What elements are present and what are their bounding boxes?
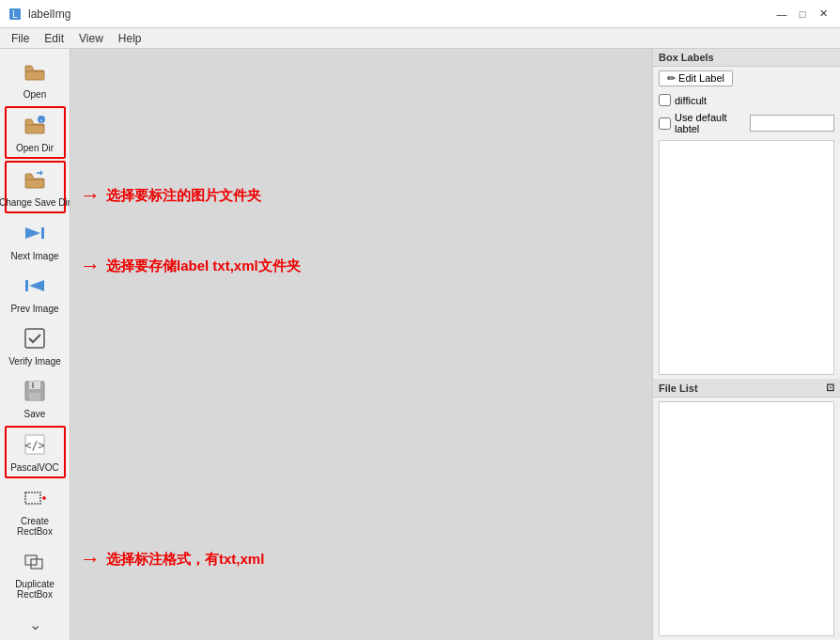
arrow-open-dir-icon: →	[80, 183, 101, 208]
create-rect-box-button[interactable]: CreateRectBox	[5, 480, 66, 541]
svg-text:⌄: ⌄	[29, 617, 41, 632]
title-bar: L labelImg — □ ✕	[0, 0, 840, 28]
svg-rect-7	[25, 280, 28, 291]
svg-rect-11	[29, 393, 40, 400]
file-list-expand-icon[interactable]: ⊡	[826, 382, 834, 394]
main-layout: Open + Open Dir	[0, 49, 840, 640]
window-controls: — □ ✕	[772, 5, 832, 23]
annotation-change-save: → 选择要存储label txt,xml文件夹	[80, 254, 301, 278]
default-label-input[interactable]	[750, 115, 834, 132]
change-save-dir-icon	[22, 166, 48, 196]
open-dir-icon: +	[22, 112, 48, 142]
box-labels-header: Box Labels	[653, 49, 840, 67]
save-label: Save	[24, 409, 46, 419]
create-rect-box-label: CreateRectBox	[17, 516, 53, 537]
close-button[interactable]: ✕	[814, 5, 832, 23]
menu-item-file[interactable]: File	[4, 30, 37, 47]
verify-image-label: Verify Image	[8, 356, 61, 367]
svg-rect-8	[25, 329, 44, 348]
default-label-row: Use default labtel	[653, 110, 840, 136]
next-image-icon	[22, 220, 48, 250]
arrow-change-save-icon: →	[80, 254, 101, 278]
file-list-header: File List ⊡	[653, 379, 840, 398]
verify-image-icon	[22, 325, 48, 355]
difficult-row: difficult	[653, 90, 840, 110]
menu-item-edit[interactable]: Edit	[37, 30, 71, 47]
app-icon: L	[8, 7, 23, 22]
next-image-button[interactable]: Next Image	[5, 215, 66, 266]
save-icon	[22, 378, 48, 408]
prev-image-button[interactable]: Prev Image	[5, 268, 66, 319]
pascal-voc-label: PascalVOC	[10, 462, 59, 473]
change-save-dir-button[interactable]: Change Save Dir	[5, 161, 66, 213]
verify-image-button[interactable]: Verify Image	[5, 320, 66, 371]
svg-text:</>: </>	[24, 439, 45, 452]
use-default-label-text: Use default labtel	[675, 112, 746, 134]
menu-item-view[interactable]: View	[71, 30, 111, 47]
annotation-pascal-voc: → 选择标注格式，有txt,xml	[80, 547, 264, 571]
arrow-pascal-voc-icon: →	[80, 547, 101, 571]
prev-image-icon	[22, 273, 48, 303]
duplicate-rect-box-button[interactable]: DuplicateRectBox	[5, 543, 66, 604]
more-icon: ⌄	[22, 611, 48, 640]
open-label: Open	[23, 89, 46, 100]
svg-rect-15	[25, 492, 40, 504]
more-button[interactable]: ⌄	[5, 606, 66, 640]
svg-text:+: +	[39, 117, 43, 123]
open-dir-button[interactable]: + Open Dir	[5, 106, 66, 159]
open-button[interactable]: Open	[5, 54, 66, 104]
duplicate-rect-icon	[22, 548, 48, 578]
minimize-button[interactable]: —	[772, 5, 791, 23]
pascal-voc-icon: </>	[22, 431, 48, 461]
canvas-area[interactable]: → 选择要标注的图片文件夹 → 选择要存储label txt,xml文件夹 → …	[70, 49, 652, 640]
svg-marker-4	[25, 227, 40, 239]
svg-rect-10	[29, 382, 40, 389]
file-list-title: File List	[659, 382, 698, 394]
use-default-label-checkbox[interactable]	[659, 117, 671, 130]
annotation-change-save-text: 选择要存储label txt,xml文件夹	[106, 258, 301, 275]
edit-label-row: ✏ Edit Label	[653, 67, 840, 90]
svg-text:L: L	[12, 9, 18, 20]
edit-label-button[interactable]: ✏ Edit Label	[659, 70, 733, 86]
annotation-pascal-voc-text: 选择标注格式，有txt,xml	[106, 551, 264, 569]
save-button[interactable]: Save	[5, 373, 66, 424]
difficult-checkbox[interactable]	[659, 94, 671, 106]
box-labels-title: Box Labels	[659, 52, 714, 63]
toolbar: Open + Open Dir	[0, 49, 70, 640]
menu-item-help[interactable]: Help	[111, 30, 149, 47]
annotation-open-dir: → 选择要标注的图片文件夹	[80, 183, 261, 208]
prev-image-label: Prev Image	[10, 304, 58, 314]
annotation-open-dir-text: 选择要标注的图片文件夹	[106, 187, 261, 205]
duplicate-rect-box-label: DuplicateRectBox	[15, 579, 54, 600]
label-list-area	[659, 140, 834, 375]
open-icon	[22, 58, 48, 88]
file-list-area	[659, 401, 834, 636]
menu-bar: FileEditViewHelp	[0, 28, 840, 49]
maximize-button[interactable]: □	[793, 5, 812, 23]
app-title: labelImg	[28, 8, 70, 21]
right-panel: Box Labels ✏ Edit Label difficult Use de…	[652, 49, 840, 640]
svg-rect-12	[32, 382, 34, 388]
create-rect-icon	[22, 485, 48, 515]
next-image-label: Next Image	[10, 251, 58, 261]
open-dir-label: Open Dir	[16, 143, 54, 153]
svg-marker-6	[29, 280, 44, 291]
change-save-dir-label: Change Save Dir	[0, 197, 70, 208]
difficult-label: difficult	[675, 95, 707, 106]
title-bar-left: L labelImg	[8, 7, 70, 22]
pascal-voc-button[interactable]: </> PascalVOC	[5, 426, 66, 478]
svg-rect-5	[41, 227, 44, 239]
